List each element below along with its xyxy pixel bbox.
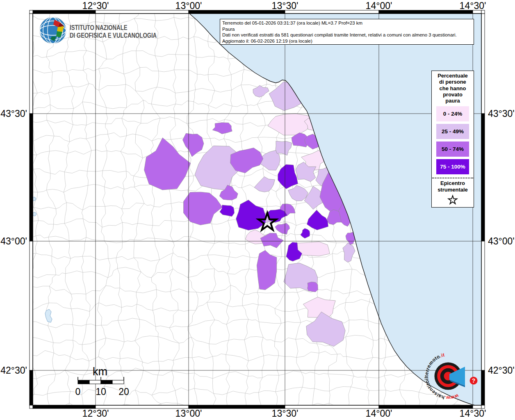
axis-label-bottom: 12°30' [82, 408, 109, 419]
axis-label-left: 42°30' [0, 365, 27, 376]
axis-label-bottom: 13°30' [272, 408, 299, 419]
event-updated-line: Aggiornato il: 06-02-2026 12:19 (ora loc… [222, 38, 472, 44]
legend-divider [432, 178, 473, 178]
epicenter-label: Epicentro strumentale [438, 180, 468, 193]
map-canvas: 12°30'13°00'13°30'14°00'14°30'12°30'13°0… [0, 0, 515, 420]
legend-swatches: 0 - 24%25 - 49%50 - 74%75 - 100% [436, 104, 469, 174]
page: { "title_box": { "line1": "Terremoto del… [0, 0, 515, 420]
event-info-box: Terremoto del 05-01-2026 03:31:37 (ora l… [220, 19, 474, 45]
axis-label-bottom: 14°30' [460, 408, 486, 419]
axis-label-right: 42°30' [488, 365, 515, 376]
event-source-line: Dati non verificati estratti da 581 ques… [222, 32, 472, 38]
legend-title: Percentuale di persone che hanno provato… [438, 73, 468, 104]
legend-swatch-2: 50 - 74% [436, 142, 469, 157]
event-title-line: Terremoto del 05-01-2026 03:31:37 (ora l… [222, 20, 472, 26]
axis-label-right: 43°00' [488, 236, 515, 247]
legend-swatch-3: 75 - 100% [436, 159, 469, 174]
municipality-polygon [257, 250, 276, 290]
axis-label-bottom: 13°00' [175, 408, 202, 419]
axis-label-left: 43°30' [0, 108, 27, 119]
axis-label-top: 14°00' [366, 0, 392, 11]
scale-bar-unit: km [93, 365, 107, 378]
scale-bar-label: 10 [96, 386, 106, 397]
axis-label-bottom: 14°00' [366, 408, 392, 419]
municipality-polygon [308, 282, 318, 292]
ingv-name-line1: ISTITUTO NAZIONALE [70, 24, 128, 32]
axis-label-top: 14°30' [460, 0, 486, 11]
axis-label-top: 12°30' [82, 0, 109, 11]
ingv-name-line2: DI GEOFISICA E VULCANOLOGIA [70, 32, 157, 39]
legend: Percentuale di persone che hanno provato… [431, 71, 474, 208]
epicenter-star-icon [447, 194, 458, 205]
axis-label-top: 13°00' [175, 0, 202, 11]
axis-label-top: 13°30' [272, 0, 299, 11]
event-metric-line: Paura [222, 26, 472, 32]
svg-text:?: ? [472, 377, 476, 384]
legend-swatch-0: 0 - 24% [436, 106, 469, 121]
scale-bar-label: 20 [118, 386, 129, 397]
axis-label-left: 43°00' [0, 236, 27, 247]
axis-label-right: 43°30' [488, 108, 515, 119]
legend-swatch-1: 25 - 49% [436, 124, 469, 139]
scale-bar-label: 0 [75, 386, 81, 397]
